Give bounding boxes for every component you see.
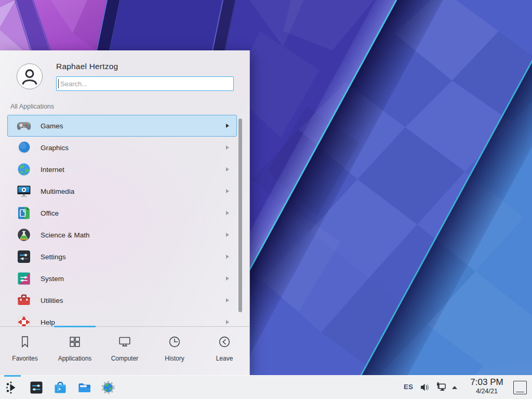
- games-icon: [16, 117, 32, 134]
- menu-item-label: Games: [41, 122, 226, 130]
- tab-favorites[interactable]: Favorites: [0, 327, 50, 375]
- submenu-arrow-icon: [226, 145, 229, 150]
- settings-icon: [16, 248, 32, 265]
- taskbar-web-browser[interactable]: [100, 376, 116, 399]
- tab-label: Applications: [58, 355, 92, 362]
- kickoff-icon: [4, 379, 21, 396]
- science-icon: [16, 227, 32, 243]
- submenu-arrow-icon: [226, 276, 229, 281]
- leave-icon: [217, 334, 232, 350]
- submenu-arrow-icon: [226, 189, 229, 193]
- tab-applications[interactable]: Applications: [50, 327, 100, 375]
- submenu-arrow-icon: [226, 211, 229, 215]
- show-desktop-button[interactable]: [513, 381, 527, 394]
- browser-icon: [100, 379, 116, 396]
- graphics-icon: [16, 139, 32, 156]
- digital-clock[interactable]: 7:03 PM 4/24/21: [464, 377, 510, 395]
- application-launcher-popup: Raphael Hertzog All Applications GamesGr…: [0, 50, 250, 375]
- favorites-icon: [17, 334, 33, 350]
- menu-item-label: System: [41, 275, 226, 283]
- submenu-arrow-icon: [226, 320, 229, 324]
- menu-item-help[interactable]: Help: [7, 311, 237, 326]
- taskbar-application-launcher[interactable]: [4, 376, 21, 399]
- taskbar-file-manager[interactable]: [76, 376, 92, 399]
- menu-item-multimedia[interactable]: Multimedia: [7, 180, 237, 202]
- menu-item-system[interactable]: System: [7, 268, 237, 289]
- submenu-arrow-icon: [226, 124, 229, 128]
- taskbar-panel: ES 7:03 PM 4/24/21: [0, 375, 532, 399]
- tab-label: Favorites: [12, 355, 37, 362]
- section-label-all-applications: All Applications: [10, 103, 54, 110]
- tab-label: Computer: [111, 355, 139, 362]
- menu-item-science-math[interactable]: Science & Math: [7, 224, 237, 246]
- menu-item-label: Office: [41, 209, 226, 217]
- tab-label: Leave: [216, 355, 233, 362]
- multimedia-icon: [16, 183, 32, 200]
- applications-icon: [67, 334, 83, 350]
- tab-leave[interactable]: Leave: [200, 327, 249, 375]
- menu-item-label: Science & Math: [41, 231, 226, 239]
- submenu-arrow-icon: [226, 255, 229, 259]
- help-icon: [16, 314, 32, 326]
- network-icon[interactable]: [434, 380, 448, 394]
- user-avatar[interactable]: [17, 63, 43, 89]
- taskbar-discover[interactable]: [52, 376, 69, 399]
- tab-history[interactable]: History: [150, 327, 200, 375]
- systemsettings-icon: [28, 379, 45, 396]
- submenu-arrow-icon: [226, 298, 229, 302]
- menu-item-label: Graphics: [41, 144, 226, 152]
- menu-item-label: Settings: [41, 253, 226, 261]
- menu-item-settings[interactable]: Settings: [7, 246, 237, 268]
- menu-item-label: Multimedia: [41, 188, 226, 195]
- list-scrollbar[interactable]: [238, 118, 242, 312]
- menu-item-office[interactable]: Office: [7, 202, 237, 224]
- expand-tray-icon[interactable]: [450, 383, 459, 392]
- menu-item-utilities[interactable]: Utilities: [7, 289, 237, 311]
- tab-label: History: [165, 355, 184, 362]
- menu-item-games[interactable]: Games: [7, 115, 237, 137]
- volume-icon[interactable]: [418, 380, 432, 394]
- menu-item-internet[interactable]: Internet: [7, 158, 237, 180]
- history-icon: [167, 334, 182, 350]
- desktop: { "user": { "name": "Raphael Hertzog" },…: [0, 0, 532, 399]
- taskbar-system-settings[interactable]: [28, 376, 45, 399]
- utilities-icon: [16, 292, 32, 309]
- search-input[interactable]: [56, 76, 234, 91]
- discover-icon: [52, 379, 69, 396]
- user-icon: [17, 64, 42, 89]
- menu-item-label: Internet: [41, 166, 226, 174]
- internet-icon: [16, 161, 32, 178]
- menu-item-label: Help: [41, 318, 226, 326]
- clock-time: 7:03 PM: [464, 377, 510, 388]
- launcher-footer-tabs: FavoritesApplicationsComputerHistoryLeav…: [0, 326, 249, 375]
- clock-date: 4/24/21: [464, 388, 510, 395]
- keyboard-layout-indicator[interactable]: ES: [404, 383, 413, 391]
- application-category-list: GamesGraphicsInternetMultimediaOfficeSci…: [7, 115, 237, 326]
- submenu-arrow-icon: [226, 233, 229, 237]
- taskbar-app-launchers: [4, 376, 116, 399]
- menu-item-graphics[interactable]: Graphics: [7, 137, 237, 158]
- menu-item-label: Utilities: [41, 297, 226, 304]
- text-cursor: [58, 79, 59, 88]
- submenu-arrow-icon: [226, 167, 229, 171]
- computer-icon: [117, 334, 132, 350]
- tab-computer[interactable]: Computer: [100, 327, 150, 375]
- system-icon: [16, 270, 32, 287]
- user-name: Raphael Hertzog: [56, 62, 118, 71]
- office-icon: [16, 205, 32, 221]
- dolphin-icon: [76, 379, 92, 396]
